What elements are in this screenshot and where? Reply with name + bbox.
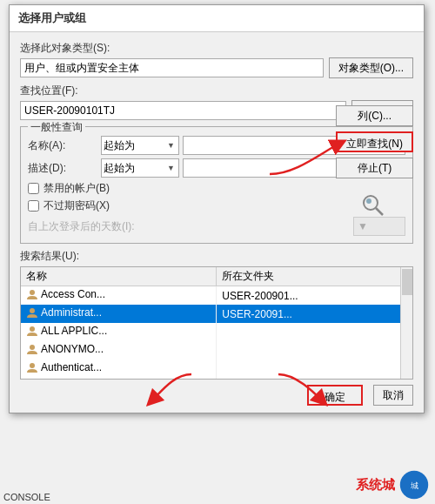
section-title: 一般性查询 xyxy=(28,120,85,135)
dialog-body: 选择此对象类型(S): 对象类型(O)... 查找位置(F): 位置(L)...… xyxy=(10,32,424,413)
watermark-logo: 城 xyxy=(398,469,430,501)
results-section: 搜索结果(U): 名称 所在文件夹 Access Con...USER-2009… xyxy=(20,249,413,380)
table-row[interactable]: ALL APPLIC... xyxy=(21,323,412,341)
scrollbar-thumb[interactable] xyxy=(402,269,412,295)
user-icon xyxy=(26,343,38,355)
table-cell-folder: USER-20091... xyxy=(217,305,412,323)
user-icon xyxy=(26,361,38,373)
table-cell-folder: USER-200901... xyxy=(217,378,412,380)
table-cell-folder xyxy=(217,360,412,378)
name-combo-text: 起始为 xyxy=(104,138,165,153)
svg-text:城: 城 xyxy=(410,481,418,490)
name-combo[interactable]: 起始为 ▼ xyxy=(101,136,179,155)
object-type-row: 选择此对象类型(S): 对象类型(O)... xyxy=(20,41,413,78)
svg-point-4 xyxy=(30,308,35,313)
user-icon xyxy=(26,325,38,337)
table-cell-folder: USER-200901... xyxy=(217,286,412,306)
table-row[interactable]: Backup Op...USER-200901... xyxy=(21,378,412,380)
svg-point-5 xyxy=(30,326,35,332)
table-cell-name: Access Con... xyxy=(21,286,217,306)
checkbox-noexpiry-label: 不过期密码(X) xyxy=(44,198,110,213)
table-cell-folder xyxy=(217,341,412,360)
search-now-button[interactable]: 立即查找(N) xyxy=(336,131,413,152)
cancel-button[interactable]: 取消 xyxy=(373,385,413,406)
main-dialog: 选择用户或组 选择此对象类型(S): 对象类型(O)... 查找位置(F): 位… xyxy=(9,4,425,413)
days-combo-arrow: ▼ xyxy=(358,220,368,232)
desc-label: 描述(D): xyxy=(28,161,97,176)
svg-line-2 xyxy=(376,208,383,215)
table-row[interactable]: ANONYMO... xyxy=(21,341,412,360)
watermark-text: 系统城 xyxy=(356,477,395,494)
table-cell-folder xyxy=(217,323,412,341)
table-row[interactable]: Access Con...USER-200901... xyxy=(21,286,412,306)
dialog-title: 选择用户或组 xyxy=(18,10,86,26)
days-label: 自上次登录后的天数(I): xyxy=(28,219,353,234)
dialog-titlebar: 选择用户或组 xyxy=(10,5,424,32)
table-cell-name: Authenticat... xyxy=(21,360,217,378)
checkbox-disabled[interactable] xyxy=(28,183,39,194)
location-label: 查找位置(F): xyxy=(20,84,413,98)
name-combo-arrow: ▼ xyxy=(165,141,177,150)
name-label: 名称(A): xyxy=(28,138,97,153)
table-row[interactable]: Authenticat... xyxy=(21,360,412,378)
svg-point-3 xyxy=(30,290,35,295)
days-combo[interactable]: ▼ xyxy=(353,217,405,236)
desc-combo-arrow: ▼ xyxy=(165,164,177,172)
bottom-buttons: 确定 取消 xyxy=(20,385,413,406)
checkbox-noexpiry[interactable] xyxy=(28,200,39,212)
days-row: 自上次登录后的天数(I): ▼ xyxy=(28,217,405,236)
location-input[interactable] xyxy=(20,101,346,120)
results-data-table: 名称 所在文件夹 Access Con...USER-200901... Adm… xyxy=(21,267,412,380)
scrollbar[interactable] xyxy=(400,267,412,379)
table-cell-name: Administrat... xyxy=(21,305,217,323)
table-cell-name: Backup Op... xyxy=(21,378,217,380)
results-label: 搜索结果(U): xyxy=(20,249,413,264)
watermark: 系统城 城 xyxy=(356,469,430,501)
object-type-input[interactable] xyxy=(20,58,324,77)
console-bar: CONSOLE xyxy=(0,490,54,504)
svg-point-6 xyxy=(30,345,35,350)
ok-button[interactable]: 确定 xyxy=(307,385,363,406)
desc-combo[interactable]: 起始为 ▼ xyxy=(101,158,179,178)
user-icon xyxy=(26,306,38,319)
stop-button[interactable]: 停止(T) xyxy=(336,158,413,178)
table-cell-name: ALL APPLIC... xyxy=(21,323,217,341)
svg-point-1 xyxy=(366,198,371,204)
table-row[interactable]: Administrat...USER-20091... xyxy=(21,305,412,323)
user-icon xyxy=(26,288,38,300)
col-name-header: 名称 xyxy=(21,267,217,286)
col-folder-header: 所在文件夹 xyxy=(217,267,412,286)
object-type-label: 选择此对象类型(S): xyxy=(20,41,413,56)
search-icon xyxy=(358,191,386,218)
svg-point-7 xyxy=(30,363,35,368)
col-button[interactable]: 列(C)... xyxy=(336,105,413,126)
results-tbody: Access Con...USER-200901... Administrat.… xyxy=(21,286,412,380)
desc-combo-text: 起始为 xyxy=(104,161,165,176)
table-cell-name: ANONYMO... xyxy=(21,341,217,360)
results-table[interactable]: 名称 所在文件夹 Access Con...USER-200901... Adm… xyxy=(20,266,413,380)
table-header-row: 名称 所在文件夹 xyxy=(21,267,412,286)
checkbox-disabled-label: 禁用的帐户(B) xyxy=(44,181,110,196)
object-type-button[interactable]: 对象类型(O)... xyxy=(329,57,413,78)
